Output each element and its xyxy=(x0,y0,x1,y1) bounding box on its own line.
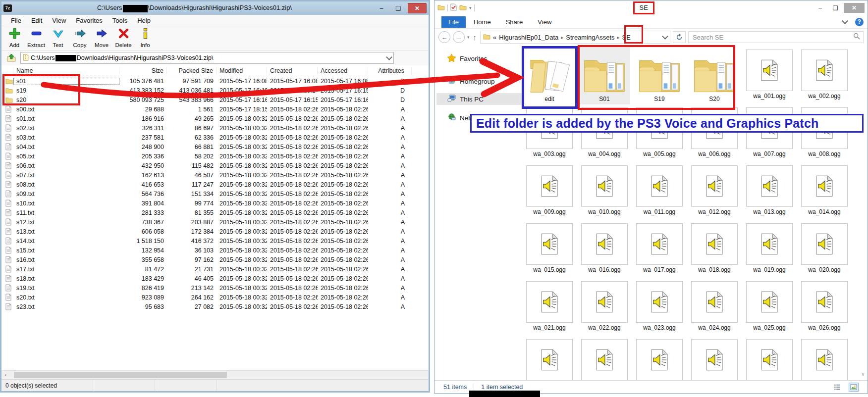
folder-item[interactable]: S01 xyxy=(579,47,630,104)
file-item[interactable]: wa_021.ogg xyxy=(524,278,575,336)
file-item[interactable]: wa_022.ogg xyxy=(579,278,630,336)
file-item[interactable]: wa_015.ogg xyxy=(524,220,575,278)
toolbar-info-button[interactable]: Info xyxy=(135,26,155,48)
zip-row[interactable]: s15.txt132 95436 1032015-05-18 00:322015… xyxy=(1,246,429,255)
file-item[interactable]: wa_014.ogg xyxy=(799,162,850,220)
breadcrumb[interactable]: « HigurashiEp01_Data ▸ StreamingAssets ▸… xyxy=(480,31,670,44)
zip-row[interactable]: s00.txt29 6881 5612015-05-17 18:152015-0… xyxy=(1,104,429,114)
menu-item-view[interactable]: View xyxy=(48,16,70,25)
menu-item-edit[interactable]: Edit xyxy=(27,16,47,25)
file-item[interactable]: wa_008.ogg xyxy=(799,104,850,162)
file-item[interactable]: wa_024.ogg xyxy=(689,278,740,336)
zip-row[interactable]: s20.txt923 089264 1622015-05-18 00:32201… xyxy=(1,293,429,302)
explorer-minimize-button[interactable]: – xyxy=(813,3,827,13)
column-header-created[interactable]: Created xyxy=(267,67,318,74)
menu-item-favorites[interactable]: Favorites xyxy=(71,16,107,25)
menu-item-help[interactable]: Help xyxy=(133,16,155,25)
back-button[interactable]: ← xyxy=(438,31,450,43)
grid-scrollbar[interactable]: ˅ xyxy=(860,372,867,377)
folder-item[interactable]: S19 xyxy=(634,47,685,104)
file-item[interactable] xyxy=(799,336,850,380)
7zip-title-bar[interactable]: 7z C:\Users\Downloads\Higurashi\Higurash… xyxy=(1,1,429,15)
file-item[interactable] xyxy=(634,336,685,380)
zip-row[interactable]: s08.txt416 653117 2472015-05-18 00:32201… xyxy=(1,180,429,189)
zip-row[interactable]: s19413 383 152413 036 4812015-05-17 16:1… xyxy=(1,86,429,95)
details-view-icon[interactable] xyxy=(833,383,842,391)
zip-row[interactable]: s05.txt205 33658 2022015-05-18 00:322015… xyxy=(1,151,429,161)
file-item[interactable]: wa_016.ogg xyxy=(579,220,630,278)
new-folder-icon[interactable] xyxy=(459,3,467,12)
file-item[interactable]: wa_026.ogg xyxy=(799,278,850,336)
scrollbar-thumb[interactable] xyxy=(14,372,227,378)
toolbar-extract-button[interactable]: Extract xyxy=(26,26,46,48)
zip-row[interactable]: s18.txt183 42946 4052015-05-18 00:322015… xyxy=(1,274,429,283)
7zip-close-button[interactable]: ✕ xyxy=(408,3,427,13)
file-item[interactable]: wa_025.ogg xyxy=(744,278,795,336)
file-item[interactable] xyxy=(689,336,740,380)
zip-row[interactable]: s01105 376 48197 591 7092015-05-17 16:08… xyxy=(1,76,429,86)
column-header-attributes[interactable]: Attributes xyxy=(368,67,412,74)
file-item[interactable]: wa_004.ogg xyxy=(579,104,630,162)
column-header-size[interactable]: Size xyxy=(119,67,167,74)
zip-row[interactable]: s19.txt826 419213 1422015-05-18 00:32201… xyxy=(1,283,429,293)
file-item[interactable]: wa_019.ogg xyxy=(744,220,795,278)
file-item[interactable]: wa_007.ogg xyxy=(744,104,795,162)
menu-item-file[interactable]: File xyxy=(6,16,26,25)
sidebar-item-this-pc[interactable]: This PC xyxy=(436,93,523,105)
up-button[interactable]: ↑ xyxy=(473,33,477,42)
qat-dropdown-icon[interactable]: ▾ xyxy=(469,5,472,10)
file-item[interactable]: wa_020.ogg xyxy=(799,220,850,278)
tab-share[interactable]: Share xyxy=(499,16,530,28)
zip-row[interactable]: s02.txt326 31186 6972015-05-18 00:322015… xyxy=(1,123,429,133)
zip-row[interactable]: s03.txt237 58162 3362015-05-18 00:322015… xyxy=(1,133,429,142)
address-dropdown-icon[interactable] xyxy=(662,33,668,40)
sidebar-item-favorites[interactable]: Favorites xyxy=(436,52,517,64)
zip-row[interactable]: s04.txt248 90066 8812015-05-18 00:322015… xyxy=(1,142,429,151)
zip-row[interactable]: s06.txt432 950115 4822015-05-18 00:32201… xyxy=(1,161,429,170)
search-box[interactable] xyxy=(688,31,864,43)
tab-file[interactable]: File xyxy=(441,16,466,28)
explorer-title-bar[interactable]: ▾ SE – ❑ ✕ xyxy=(434,0,868,15)
file-item[interactable]: wa_018.ogg xyxy=(689,220,740,278)
column-header-modified[interactable]: Modified xyxy=(217,67,267,74)
toolbar-test-button[interactable]: Test xyxy=(48,26,68,48)
file-item[interactable] xyxy=(524,336,575,380)
7zip-column-headers[interactable]: Name Size Packed Size Modified Created A… xyxy=(1,65,429,76)
file-item[interactable]: wa_001.ogg xyxy=(744,47,795,104)
history-dropdown-icon[interactable]: ▾ xyxy=(467,35,470,40)
column-header-name[interactable]: Name xyxy=(13,67,119,74)
toolbar-copy-button[interactable]: Copy xyxy=(70,26,90,48)
zip-row[interactable]: s10.txt391 80499 7742015-05-18 00:322015… xyxy=(1,198,429,208)
zip-row[interactable]: s12.txt738 367203 8872015-05-18 00:32201… xyxy=(1,217,429,227)
zip-row[interactable]: s13.txt606 058172 3842015-05-18 00:32201… xyxy=(1,227,429,236)
file-item[interactable]: wa_023.ogg xyxy=(634,278,685,336)
7zip-horizontal-scrollbar[interactable]: ‹ xyxy=(1,370,429,379)
scroll-left-icon[interactable]: ‹ xyxy=(1,372,10,378)
file-item[interactable]: wa_017.ogg xyxy=(634,220,685,278)
explorer-close-button[interactable]: ✕ xyxy=(844,3,865,13)
breadcrumb-overflow[interactable]: « xyxy=(493,34,496,41)
file-item[interactable]: wa_005.ogg xyxy=(634,104,685,162)
7zip-address-input[interactable]: C:\UsersDownloads\Higurashi\HigurashiPS3… xyxy=(20,52,394,64)
zip-row[interactable]: s07.txt162 61346 5072015-05-18 00:322015… xyxy=(1,170,429,180)
file-item[interactable]: wa_009.ogg xyxy=(524,162,575,220)
file-item[interactable] xyxy=(579,336,630,380)
explorer-maximize-button[interactable]: ❑ xyxy=(828,3,843,13)
properties-icon[interactable] xyxy=(450,3,457,13)
forward-button[interactable]: → xyxy=(453,31,465,43)
file-item[interactable]: wa_011.ogg xyxy=(634,162,685,220)
zip-row[interactable]: s20580 093 725543 383 9662015-05-17 16:1… xyxy=(1,95,429,104)
sidebar-item-homegroup[interactable]: Homegroup xyxy=(436,75,517,87)
folder-item[interactable]: S20 xyxy=(689,47,740,104)
ribbon-collapse-icon[interactable] xyxy=(842,18,848,24)
help-icon[interactable]: ? xyxy=(855,18,864,26)
toolbar-add-button[interactable]: Add xyxy=(4,26,24,48)
zip-row[interactable]: s16.txt355 65897 1622015-05-18 00:322015… xyxy=(1,255,429,264)
7zip-maximize-button[interactable]: ❑ xyxy=(391,3,406,13)
zip-row[interactable]: s17.txt81 47221 7312015-05-18 00:322015-… xyxy=(1,264,429,274)
up-folder-button[interactable] xyxy=(5,52,17,63)
zip-row[interactable]: s01.txt186 91649 2652015-05-18 00:322015… xyxy=(1,114,429,123)
file-item[interactable]: wa_012.ogg xyxy=(689,162,740,220)
file-item[interactable] xyxy=(744,336,795,380)
column-header-accessed[interactable]: Accessed xyxy=(318,67,368,74)
